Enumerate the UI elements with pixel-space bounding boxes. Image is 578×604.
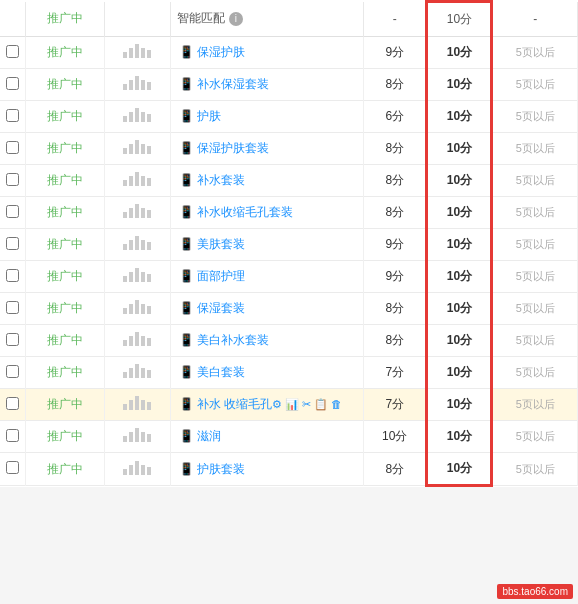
bar-segment — [129, 432, 133, 442]
checkbox-input[interactable] — [6, 429, 19, 442]
row-quality: 10分 — [427, 261, 492, 293]
row-status: 推广中 — [26, 37, 105, 69]
action-icon-3[interactable]: 📋 — [314, 397, 328, 412]
bar-segment — [129, 176, 133, 186]
bar-segment — [123, 372, 127, 378]
header-pages-col: - — [492, 2, 578, 37]
row-pages: 5页以后 — [492, 293, 578, 325]
action-icons-group: ⚙📊✂📋🗑 — [272, 397, 342, 412]
bar-segment — [129, 208, 133, 218]
checkbox-input[interactable] — [6, 205, 19, 218]
bar-segment — [129, 144, 133, 154]
row-keyword: 📱美白补水套装 — [170, 325, 363, 357]
status-label: 推广中 — [47, 365, 83, 379]
bar-segment — [141, 272, 145, 282]
checkbox-input[interactable] — [6, 237, 19, 250]
status-label: 推广中 — [47, 141, 83, 155]
row-bars — [104, 325, 170, 357]
header-status-label: 推广中 — [47, 11, 83, 25]
status-label: 推广中 — [47, 397, 83, 411]
row-bars — [104, 357, 170, 389]
row-checkbox — [0, 37, 26, 69]
bar-segment — [135, 76, 139, 90]
checkbox-input[interactable] — [6, 77, 19, 90]
table-row: 推广中📱美白套装7分10分5页以后 — [0, 357, 578, 389]
bar-segment — [129, 112, 133, 122]
checkbox-input[interactable] — [6, 109, 19, 122]
row-status: 推广中 — [26, 325, 105, 357]
action-icon-4[interactable]: 🗑 — [331, 397, 342, 412]
row-quality: 10分 — [427, 325, 492, 357]
keyword-text: 保湿护肤 — [197, 45, 245, 59]
row-score: 8分 — [364, 197, 427, 229]
row-status: 推广中 — [26, 421, 105, 453]
mobile-icon: 📱 — [179, 45, 194, 59]
row-pages: 5页以后 — [492, 357, 578, 389]
checkbox-input[interactable] — [6, 365, 19, 378]
row-checkbox — [0, 69, 26, 101]
action-icon-1[interactable]: 📊 — [285, 397, 299, 412]
action-icon-2[interactable]: ✂ — [302, 397, 311, 412]
bar-segment — [147, 370, 151, 378]
checkbox-input[interactable] — [6, 397, 19, 410]
bar-segment — [147, 306, 151, 314]
bar-segment — [123, 52, 127, 58]
bar-segment — [147, 178, 151, 186]
checkbox-input[interactable] — [6, 141, 19, 154]
row-keyword: 📱补水 收缩毛孔⚙📊✂📋🗑 — [170, 389, 363, 421]
bar-segment — [129, 272, 133, 282]
row-quality: 10分 — [427, 133, 492, 165]
bar-segment — [141, 112, 145, 122]
table-body: 推广中📱保湿护肤9分10分5页以后推广中📱补水保湿套装8分10分5页以后推广中📱… — [0, 37, 578, 486]
signal-bars — [123, 236, 151, 250]
row-bars — [104, 421, 170, 453]
checkbox-input[interactable] — [6, 45, 19, 58]
bar-segment — [135, 236, 139, 250]
status-label: 推广中 — [47, 333, 83, 347]
keyword-text: 面部护理 — [197, 269, 245, 283]
keyword-text: 保湿套装 — [197, 301, 245, 315]
row-bars — [104, 165, 170, 197]
row-score: 8分 — [364, 293, 427, 325]
row-pages: 5页以后 — [492, 101, 578, 133]
action-icon-0[interactable]: ⚙ — [272, 397, 282, 412]
table-row: 推广中📱护肤套装8分10分5页以后 — [0, 453, 578, 486]
bar-segment — [147, 242, 151, 250]
row-keyword: 📱补水收缩毛孔套装 — [170, 197, 363, 229]
row-status: 推广中 — [26, 293, 105, 325]
row-status: 推广中 — [26, 133, 105, 165]
row-status: 推广中 — [26, 197, 105, 229]
keyword-text: 补水套装 — [197, 173, 245, 187]
checkbox-input[interactable] — [6, 333, 19, 346]
table-row: 推广中📱美白补水套装8分10分5页以后 — [0, 325, 578, 357]
row-score: 8分 — [364, 165, 427, 197]
row-pages: 5页以后 — [492, 325, 578, 357]
row-quality: 10分 — [427, 69, 492, 101]
checkbox-input[interactable] — [6, 269, 19, 282]
row-checkbox — [0, 197, 26, 229]
checkbox-input[interactable] — [6, 301, 19, 314]
bar-segment — [147, 82, 151, 90]
row-status: 推广中 — [26, 357, 105, 389]
row-bars — [104, 101, 170, 133]
mobile-icon: 📱 — [179, 269, 194, 283]
bar-segment — [147, 114, 151, 122]
row-status: 推广中 — [26, 165, 105, 197]
row-checkbox — [0, 133, 26, 165]
bar-segment — [141, 176, 145, 186]
signal-bars — [123, 396, 151, 410]
checkbox-input[interactable] — [6, 173, 19, 186]
row-pages: 5页以后 — [492, 69, 578, 101]
bar-segment — [129, 400, 133, 410]
bar-segment — [147, 274, 151, 282]
bar-segment — [123, 148, 127, 154]
header-score-col: - — [364, 2, 427, 37]
row-score: 8分 — [364, 69, 427, 101]
row-keyword: 📱美肤套装 — [170, 229, 363, 261]
row-quality: 10分 — [427, 453, 492, 486]
checkbox-input[interactable] — [6, 461, 19, 474]
keyword-text: 美白套装 — [197, 365, 245, 379]
bar-segment — [141, 144, 145, 154]
signal-bars — [123, 204, 151, 218]
status-label: 推广中 — [47, 205, 83, 219]
